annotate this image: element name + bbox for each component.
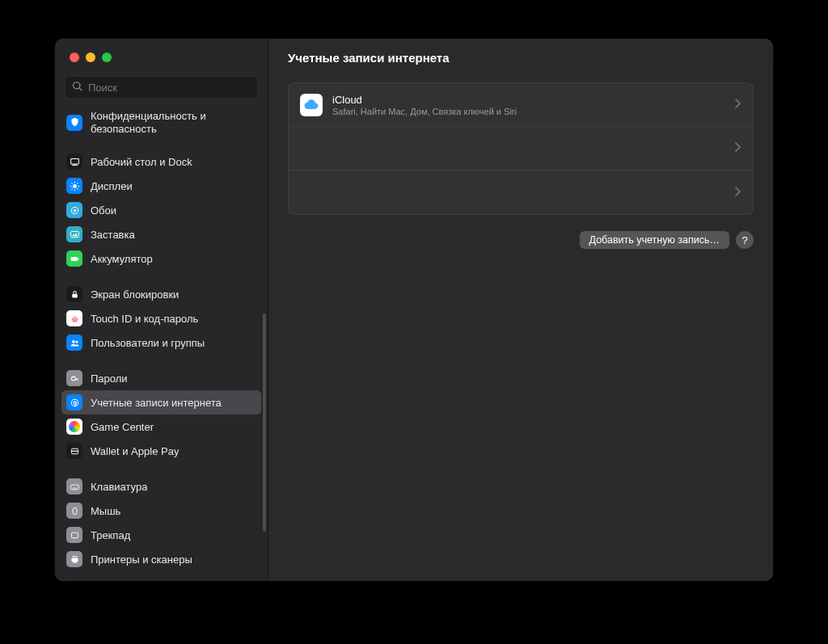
printers-icon bbox=[66, 551, 82, 567]
sidebar-item-displays[interactable]: Дисплеи bbox=[61, 174, 261, 198]
search-input[interactable] bbox=[88, 82, 251, 94]
sidebar-item-mouse[interactable]: Мышь bbox=[61, 499, 261, 523]
account-text: iCloud Safari, Найти Mac, Дом, Связка кл… bbox=[332, 94, 735, 116]
search-field[interactable] bbox=[65, 76, 258, 99]
svg-rect-26 bbox=[73, 507, 77, 514]
internet-accounts-icon bbox=[66, 394, 82, 410]
sidebar-item-label: Рабочий стол и Dock bbox=[91, 156, 192, 168]
sidebar-item-internet-accounts[interactable]: Учетные записи интернета bbox=[61, 390, 261, 415]
account-row-icloud[interactable]: iCloud Safari, Найти Mac, Дом, Связка кл… bbox=[289, 83, 753, 127]
sidebar-item-keyboard[interactable]: Клавиатура bbox=[61, 474, 261, 499]
sidebar-item-trackpad[interactable]: Трекпад bbox=[61, 523, 261, 547]
svg-point-17 bbox=[72, 340, 75, 343]
svg-rect-24 bbox=[70, 485, 78, 490]
sidebar-item-label: Экран блокировки bbox=[91, 288, 179, 301]
svg-point-19 bbox=[71, 377, 75, 381]
touchid-icon bbox=[66, 310, 82, 326]
trackpad-icon bbox=[66, 527, 82, 543]
sidebar-item-label: Пароли bbox=[91, 373, 128, 385]
svg-line-10 bbox=[77, 183, 78, 183]
svg-rect-30 bbox=[73, 561, 77, 562]
lock-screen-icon bbox=[66, 286, 82, 302]
accounts-list: iCloud Safari, Найти Mac, Дом, Связка кл… bbox=[288, 82, 754, 215]
account-text bbox=[300, 148, 735, 149]
sidebar-nav[interactable]: Конфиденциальность и безопасность Рабочи… bbox=[55, 107, 268, 581]
svg-line-9 bbox=[71, 188, 72, 189]
account-text bbox=[300, 192, 735, 193]
svg-rect-0 bbox=[70, 158, 78, 164]
add-account-button[interactable]: Добавить учетную запись… bbox=[580, 231, 729, 249]
account-subtitle: Safari, Найти Mac, Дом, Связка ключей и … bbox=[332, 107, 735, 116]
titlebar bbox=[55, 39, 268, 76]
mouse-icon bbox=[66, 503, 82, 519]
svg-rect-14 bbox=[70, 257, 77, 261]
svg-rect-27 bbox=[71, 532, 78, 538]
icloud-icon bbox=[300, 94, 323, 116]
sidebar-item-label: Учетные записи интернета bbox=[91, 397, 222, 409]
svg-rect-13 bbox=[70, 231, 78, 237]
sidebar-item-desktop-dock[interactable]: Рабочий стол и Dock bbox=[61, 149, 261, 174]
svg-rect-16 bbox=[72, 293, 78, 297]
account-row[interactable] bbox=[289, 170, 753, 214]
users-groups-icon bbox=[66, 335, 82, 351]
close-window-button[interactable] bbox=[70, 53, 79, 62]
fullscreen-window-button[interactable] bbox=[102, 53, 112, 62]
account-row[interactable] bbox=[289, 127, 753, 170]
chevron-right-icon bbox=[735, 187, 741, 199]
search-icon bbox=[72, 81, 88, 95]
search-container bbox=[55, 76, 268, 107]
privacy-icon bbox=[66, 115, 82, 131]
chevron-right-icon bbox=[735, 99, 741, 111]
sidebar-item-label: Дисплеи bbox=[91, 180, 133, 192]
svg-rect-23 bbox=[71, 450, 78, 451]
sidebar-item-label: Конфиденциальность и безопасность bbox=[91, 110, 256, 135]
sidebar-item-users-groups[interactable]: Пользователи и группы bbox=[61, 330, 261, 355]
sidebar-scrollbar[interactable] bbox=[263, 314, 266, 532]
sidebar-item-label: Пользователи и группы bbox=[91, 337, 205, 349]
sidebar-item-label: Заставка bbox=[91, 229, 135, 241]
sidebar-item-label: Трекпад bbox=[91, 529, 130, 541]
svg-point-18 bbox=[75, 341, 78, 343]
battery-icon bbox=[66, 250, 82, 267]
settings-window: Конфиденциальность и безопасность Рабочи… bbox=[55, 39, 773, 581]
chevron-right-icon bbox=[735, 142, 741, 154]
sidebar-item-wallet[interactable]: Wallet и Apple Pay bbox=[61, 439, 261, 463]
sidebar-item-wallpaper[interactable]: Обои bbox=[61, 198, 261, 222]
sidebar-item-label: Wallet и Apple Pay bbox=[91, 445, 179, 457]
sidebar-item-screensaver[interactable]: Заставка bbox=[61, 222, 261, 246]
svg-point-20 bbox=[71, 399, 78, 406]
sidebar-item-passwords[interactable]: Пароли bbox=[61, 366, 261, 390]
svg-rect-29 bbox=[73, 556, 77, 558]
sidebar-item-privacy-security[interactable]: Конфиденциальность и безопасность bbox=[61, 107, 261, 138]
sidebar-item-printers[interactable]: Принтеры и сканеры bbox=[61, 547, 261, 571]
minimize-window-button[interactable] bbox=[86, 53, 95, 62]
game-center-icon bbox=[66, 419, 82, 435]
svg-line-8 bbox=[77, 188, 78, 189]
sidebar-item-battery[interactable]: Аккумулятор bbox=[61, 246, 261, 271]
wallpaper-icon bbox=[66, 202, 82, 218]
page-title: Учетные записи интернета bbox=[288, 51, 450, 65]
svg-point-2 bbox=[73, 184, 77, 188]
svg-line-7 bbox=[71, 183, 72, 183]
sidebar-item-label: Аккумулятор bbox=[91, 253, 153, 265]
window-controls bbox=[70, 53, 112, 62]
desktop-dock-icon bbox=[66, 154, 82, 170]
actions-bar: Добавить учетную запись… ? bbox=[288, 231, 754, 249]
wallet-icon bbox=[66, 443, 82, 459]
sidebar-item-label: Touch ID и код-пароль bbox=[91, 313, 198, 325]
displays-icon bbox=[66, 178, 82, 194]
sidebar-item-lock-screen[interactable]: Экран блокировки bbox=[61, 282, 261, 306]
screensaver-icon bbox=[66, 226, 82, 242]
help-button[interactable]: ? bbox=[736, 231, 754, 249]
sidebar-item-label: Принтеры и сканеры bbox=[91, 554, 192, 566]
main-header: Учетные записи интернета bbox=[288, 39, 754, 76]
svg-rect-1 bbox=[72, 164, 78, 165]
sidebar-item-game-center[interactable]: Game Center bbox=[61, 415, 261, 439]
sidebar-item-touchid[interactable]: Touch ID и код-пароль bbox=[61, 306, 261, 330]
sidebar: Конфиденциальность и безопасность Рабочи… bbox=[55, 39, 268, 581]
svg-rect-25 bbox=[73, 487, 77, 488]
sidebar-item-label: Game Center bbox=[91, 421, 154, 433]
sidebar-item-label: Мышь bbox=[91, 505, 120, 517]
main-panel: Учетные записи интернета iCloud Safari, … bbox=[268, 39, 773, 581]
account-title: iCloud bbox=[332, 94, 735, 106]
